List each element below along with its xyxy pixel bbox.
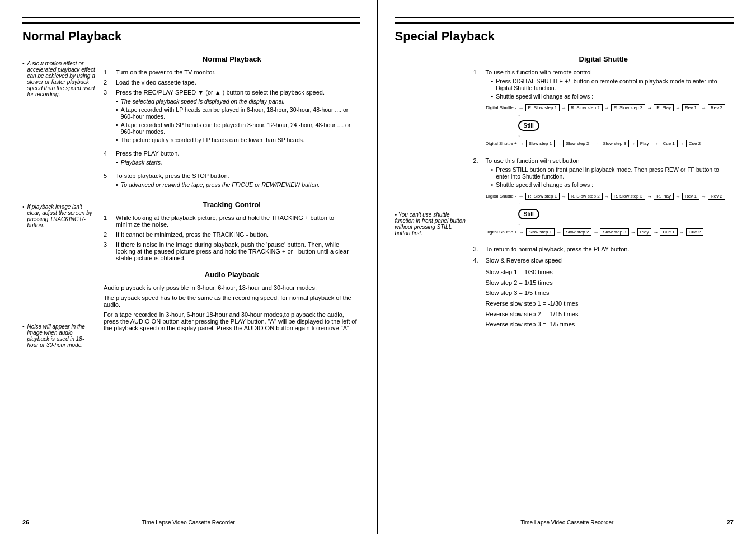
diagram2-box-s2: Slow step 2 — [563, 228, 591, 236]
tracking-title: Tracking Control — [104, 200, 360, 209]
audio-p3: For a tape recorded in 3-hour, 6-hour 18… — [104, 311, 360, 331]
step1-sub-list: Press DIGITAL SHUTTLE +/- button on remo… — [491, 78, 734, 100]
step-4: 4 Press the PLAY button. Playback starts… — [104, 150, 360, 169]
step3-bullet-4: The picture quality recorded by LP heads… — [116, 137, 360, 143]
sidebar-note-2: • If playback image isn't clear, adjust … — [22, 204, 95, 228]
step2-bullet-2: Shuttle speed will change as follows : — [491, 181, 734, 188]
left-sidebar-notes: • A slow motion effect or accelerated pl… — [22, 55, 95, 415]
speed-item-4: Reverse slow step 1 = -1/30 times — [486, 298, 734, 309]
step-5: 5 To stop playback, press the STOP butto… — [104, 172, 360, 191]
tracking-step-2: 2 If it cannot be minimized, press the T… — [104, 231, 360, 238]
speed-item-6: Reverse slow step 3 = -1/5 times — [486, 319, 734, 330]
step2-sub-list: Press STILL button on front panel in pla… — [491, 166, 734, 188]
step5-bullet-1: To advanced or rewind the tape, press th… — [116, 181, 360, 188]
diagram2-box-r3: R. Slow step 3 — [611, 193, 646, 200]
left-page-number: 26 — [22, 519, 29, 526]
tracking-section: Tracking Control 1 While looking at the … — [104, 200, 360, 261]
diagram1-box-cue1: Cue 1 — [660, 140, 677, 147]
diagram2-box-cue2: Cue 2 — [686, 228, 703, 236]
step2-bullet-1: Press STILL button on front panel in pla… — [491, 166, 734, 180]
step-2: 2 Load the video cassette tape. — [104, 79, 360, 86]
normal-playback-title: Normal Playback — [104, 55, 360, 63]
right-step-4: 4. Slow & Reverse slow speed Slow step 1… — [473, 257, 734, 333]
tracking-steps: 1 While looking at the playback picture,… — [104, 214, 360, 261]
step-1: 1 Turn on the power to the TV monitor. — [104, 69, 360, 76]
diagram1-box-s1: Slow step 1 — [526, 140, 555, 147]
speed-item-2: Slow step 2 = 1/15 times — [486, 278, 734, 288]
shuttle-diagram-2: Digital Shuttle - → R. Slow step 1 → R. … — [486, 193, 734, 236]
normal-playback-section: Normal Playback 1 Turn on the power to t… — [104, 55, 360, 191]
audio-title: Audio Playback — [104, 270, 360, 279]
tracking-step-1: 1 While looking at the playback picture,… — [104, 214, 360, 228]
left-page-footer: Time Lapse Video Cassette Recorder — [142, 519, 235, 526]
diagram1-box-rev1: Rev 1 — [682, 104, 699, 111]
diagram1-box-rev2: Rev 2 — [708, 104, 725, 111]
diagram1-box-play: Play — [637, 140, 652, 147]
right-sidebar: • You can't use shuttle function in fron… — [395, 55, 468, 336]
shuttle-diagram-1: Digital Shuttle - → R. Slow step 1 → R. … — [486, 104, 734, 147]
step5-bullets: To advanced or rewind the tape, press th… — [116, 181, 360, 188]
sidebar-note-1: • A slow motion effect or accelerated pl… — [22, 60, 95, 97]
step1-bullet-1: Press DIGITAL SHUTTLE +/- button on remo… — [491, 78, 734, 91]
speed-item-3: Slow step 3 = 1/5 times — [486, 288, 734, 298]
diagram1-box-s3: Slow step 3 — [600, 140, 628, 147]
diagram2-box-rplay: R. Play — [654, 193, 674, 200]
right-step-3: 3. To return to normal playback, press t… — [473, 246, 734, 252]
still-button-1: Still — [518, 120, 539, 131]
audio-section: Audio Playback Audio playback is only po… — [104, 270, 360, 331]
diagram2-box-s3: Slow step 3 — [600, 228, 628, 236]
still-container-1: ↑ Still ↓ — [486, 114, 734, 138]
digital-shuttle-title: Digital Shuttle — [473, 55, 734, 63]
diagram2-box-cue1: Cue 1 — [660, 228, 677, 236]
step3-bullets: The selected playback speed is displayed… — [116, 98, 360, 143]
diagram2-box-s1: Slow step 1 — [526, 228, 555, 236]
diagram1-box-r2: R. Slow step 2 — [568, 104, 603, 111]
speed-item-5: Reverse slow step 2 = -1/15 times — [486, 309, 734, 320]
right-page-footer: Time Lapse Video Cassette Recorder — [520, 519, 613, 526]
step3-bullet-1: The selected playback speed is displayed… — [116, 98, 360, 105]
diagram1-box-r1: R. Slow step 1 — [525, 104, 560, 111]
still-button-2: Still — [518, 209, 539, 219]
left-page-title: Normal Playback — [22, 22, 360, 44]
diagram1-box-r3: R. Slow step 3 — [611, 104, 646, 111]
step4-bullets: Playback starts. — [116, 159, 360, 166]
normal-playback-steps: 1 Turn on the power to the TV monitor. 2… — [104, 69, 360, 191]
step1-bullet-2: Shuttle speed will change as follows : — [491, 93, 734, 100]
speed-item-1: Slow step 1 = 1/30 times — [486, 267, 734, 278]
diagram2-top-row: Digital Shuttle - → R. Slow step 1 → R. … — [486, 193, 734, 200]
audio-p1: Audio playback is only possible in 3-hou… — [104, 284, 360, 291]
diagram1-top-row: Digital Shuttle - → R. Slow step 1 → R. … — [486, 104, 734, 111]
left-page: Normal Playback • A slow motion effect o… — [0, 0, 378, 534]
step4-bullet-1: Playback starts. — [116, 159, 360, 166]
diagram1-bottom-label: Digital Shuttle + — [486, 141, 517, 147]
diagram2-box-rev2: Rev 2 — [708, 193, 725, 200]
diagram2-box-play: Play — [637, 228, 652, 236]
diagram2-top-label: Digital Shuttle - — [486, 194, 516, 199]
tracking-step-3: 3 If there is noise in the image during … — [104, 241, 360, 261]
diagram1-box-cue2: Cue 2 — [686, 140, 703, 147]
left-main-content: Normal Playback 1 Turn on the power to t… — [104, 55, 360, 415]
right-page-number: 27 — [727, 519, 734, 526]
right-sidebar-note: • You can't use shuttle function in fron… — [395, 212, 468, 236]
diagram2-box-r2: R. Slow step 2 — [568, 193, 603, 200]
diagram2-box-r1: R. Slow step 1 — [525, 193, 560, 200]
speed-list: Slow step 1 = 1/30 times Slow step 2 = 1… — [486, 267, 734, 330]
diagram1-bottom-row: Digital Shuttle + → Slow step 1 → Slow s… — [486, 140, 734, 147]
step3-bullet-2: A tape recorded with LP heads can be pla… — [116, 106, 360, 120]
right-page: Special Playback • You can't use shuttle… — [378, 0, 757, 534]
diagram1-top-label: Digital Shuttle - — [486, 105, 516, 111]
sidebar-note-3: • Noise will appear in the image when au… — [22, 324, 95, 348]
step-3: 3 Press the REC/PLAY SPEED ▼ (or ▲ ) but… — [104, 89, 360, 147]
diagram1-box-rplay: R. Play — [654, 104, 674, 111]
right-step-1: 1 To use this function with remote contr… — [473, 69, 734, 154]
diagram2-bottom-row: Digital Shuttle + → Slow step 1 → Slow s… — [486, 228, 734, 236]
diagram1-box-s2: Slow step 2 — [563, 140, 591, 147]
audio-p2: The playback speed has to be the same as… — [104, 294, 360, 308]
right-page-title: Special Playback — [395, 22, 734, 44]
diagram2-bottom-label: Digital Shuttle + — [486, 229, 517, 235]
still-container-2: ↑ Still ↓ — [486, 202, 734, 226]
step3-bullet-3: A tape recorded with SP heads can be pla… — [116, 121, 360, 135]
diagram2-box-rev1: Rev 1 — [682, 193, 699, 200]
right-main-content: Digital Shuttle 1 To use this function w… — [473, 55, 734, 336]
right-step-2: 2. To use this function with set button … — [473, 157, 734, 242]
